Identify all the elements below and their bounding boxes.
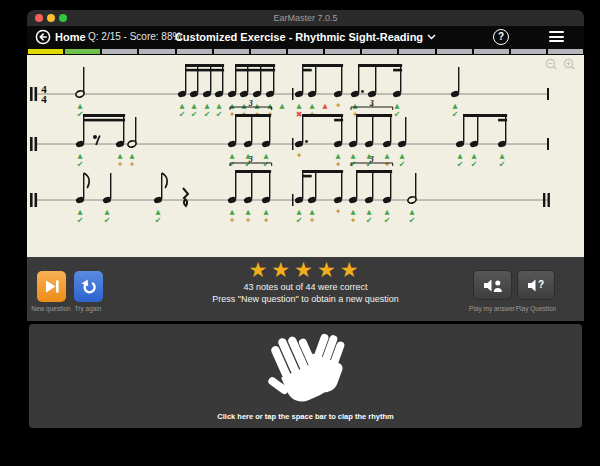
svg-text:✦: ✦ [229, 110, 236, 119]
svg-text:✦: ✦ [335, 160, 342, 169]
zoom-out-icon[interactable] [545, 58, 558, 71]
exercise-title: Customized Exercise - Rhythmic Sight-Rea… [175, 31, 423, 43]
svg-text:✖: ✖ [296, 110, 303, 119]
svg-text:▲: ▲ [118, 152, 123, 160]
svg-text:✔: ✔ [77, 110, 84, 119]
svg-text:4: 4 [41, 93, 47, 105]
svg-text:▲: ▲ [264, 152, 269, 160]
svg-text:✦: ✦ [309, 216, 316, 225]
svg-text:✔: ✔ [155, 216, 162, 225]
speaker-person-icon [483, 278, 503, 293]
progress-segment [437, 49, 472, 54]
svg-text:✔: ✔ [104, 216, 111, 225]
progress-segment [251, 49, 286, 54]
app-window: EarMaster 7.0.5 Home Q: 2/15 - Score: 88… [27, 10, 584, 455]
svg-text:▲: ▲ [400, 152, 405, 160]
svg-text:3: 3 [369, 155, 374, 164]
svg-text:▲: ▲ [280, 102, 285, 110]
svg-text:▲: ▲ [230, 152, 235, 160]
help-button[interactable]: ? [493, 29, 509, 45]
svg-text:✔: ✔ [452, 110, 459, 119]
progress-segment [177, 49, 212, 54]
svg-text:▲: ▲ [472, 152, 477, 160]
svg-text:▲: ▲ [78, 208, 83, 216]
clap-hands-icon [262, 329, 350, 415]
svg-text:3: 3 [248, 155, 253, 164]
svg-text:▲: ▲ [180, 102, 185, 110]
menu-icon [549, 31, 564, 33]
svg-text:▲: ▲ [453, 102, 458, 110]
rhythm-notation: 44▲✔▲✔▲✔▲✔▲✔▲✦▲✦▲✦▲✦▲▲✖▲✦▲✦▲✦✦▲✔▲✔33▲✔▲✦… [27, 55, 584, 257]
star-icon: ★ [317, 258, 340, 281]
menu-button[interactable] [549, 31, 564, 42]
svg-text:✔: ✔ [179, 110, 186, 119]
progress-segment [28, 49, 63, 54]
svg-text:▲: ▲ [323, 102, 328, 110]
svg-text:✔: ✔ [471, 160, 478, 169]
play-my-answer-button[interactable] [473, 270, 512, 300]
svg-text:▲: ▲ [351, 208, 356, 216]
svg-text:✦: ✦ [296, 151, 303, 160]
progress-segment [362, 49, 397, 54]
svg-text:▲: ▲ [230, 208, 235, 216]
speaker-question-icon: ? [527, 278, 546, 293]
svg-text:▲: ▲ [385, 208, 390, 216]
play-my-answer-label: Play my answer [469, 305, 515, 312]
progress-segment [214, 49, 249, 54]
svg-text:✦: ✦ [350, 216, 357, 225]
progress-segment [139, 49, 174, 54]
svg-text:▲: ▲ [353, 102, 358, 110]
chevron-down-icon [427, 34, 436, 40]
play-question-button[interactable]: ? [517, 270, 555, 300]
svg-text:✔: ✔ [394, 110, 401, 119]
svg-text:✔: ✔ [204, 110, 211, 119]
star-icon: ★ [294, 258, 317, 281]
svg-text:✦: ✦ [263, 216, 270, 225]
svg-text:▲: ▲ [205, 102, 210, 110]
svg-text:▲: ▲ [297, 208, 302, 216]
svg-text:▲: ▲ [367, 208, 372, 216]
progress-segment [511, 49, 546, 54]
svg-text:▲: ▲ [264, 208, 269, 216]
svg-text:▲: ▲ [500, 152, 505, 160]
svg-text:✦: ✦ [335, 207, 342, 216]
svg-text:✦: ✦ [229, 216, 236, 225]
star-icon: ★ [248, 258, 271, 281]
titlebar: EarMaster 7.0.5 [27, 10, 584, 27]
svg-text:?: ? [537, 278, 543, 289]
svg-text:▲: ▲ [78, 102, 83, 110]
svg-text:▲: ▲ [336, 152, 341, 160]
svg-text:▲: ▲ [410, 208, 415, 216]
window-title: EarMaster 7.0.5 [27, 13, 584, 23]
progress-segment [325, 49, 360, 54]
svg-text:▲: ▲ [246, 208, 251, 216]
svg-text:✔: ✔ [216, 110, 223, 119]
svg-text:✦: ✦ [245, 216, 252, 225]
svg-text:3: 3 [248, 99, 253, 108]
question-progress-bar [27, 48, 584, 55]
progress-segment [548, 49, 583, 54]
svg-text:▲: ▲ [310, 208, 315, 216]
svg-text:✔: ✔ [77, 216, 84, 225]
progress-segment [399, 49, 434, 54]
progress-segment [474, 49, 509, 54]
svg-text:✔: ✔ [366, 216, 373, 225]
svg-text:✦: ✦ [117, 160, 124, 169]
svg-text:✔: ✔ [399, 160, 406, 169]
progress-segment [288, 49, 323, 54]
svg-text:✦: ✦ [335, 101, 342, 110]
notation-panel: 44▲✔▲✔▲✔▲✔▲✔▲✦▲✦▲✦▲✦▲▲✖▲✦▲✦▲✦✦▲✔▲✔33▲✔▲✦… [27, 55, 584, 257]
clap-area[interactable]: Click here or tap the space bar to clap … [29, 324, 582, 428]
svg-text:3: 3 [369, 99, 374, 108]
star-icon: ★ [340, 258, 363, 281]
svg-text:▲: ▲ [105, 208, 110, 216]
svg-text:▲: ▲ [192, 102, 197, 110]
svg-text:✔: ✔ [384, 216, 391, 225]
zoom-in-icon[interactable] [563, 58, 576, 71]
new-question-label: New question [31, 305, 70, 312]
svg-text:▲: ▲ [156, 208, 161, 216]
play-question-label: Play Question [516, 305, 556, 312]
clap-caption: Click here or tap the space bar to clap … [29, 412, 582, 421]
navbar: Home Q: 2/15 - Score: 88% Customized Exe… [27, 26, 584, 48]
svg-text:✔: ✔ [191, 110, 198, 119]
